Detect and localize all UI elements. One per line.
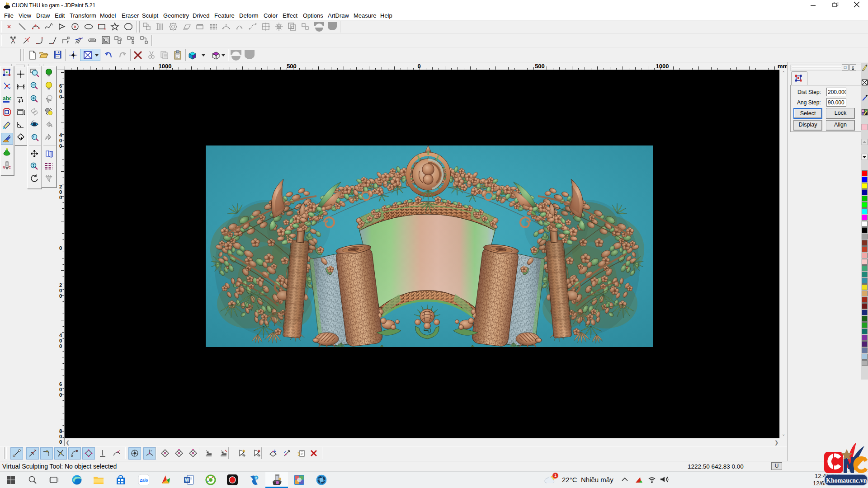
svg-text:x: x bbox=[151, 449, 152, 452]
svg-text:C: C bbox=[9, 166, 11, 169]
svg-text:?: ? bbox=[32, 135, 34, 139]
svg-text:N: N bbox=[3, 166, 5, 169]
svg-text:W: W bbox=[185, 478, 189, 483]
svg-text:Khomaucnc.vn: Khomaucnc.vn bbox=[826, 477, 867, 484]
svg-text:2: 2 bbox=[255, 476, 257, 480]
svg-text:Zalo: Zalo bbox=[140, 478, 148, 483]
svg-text:abc: abc bbox=[3, 95, 11, 102]
